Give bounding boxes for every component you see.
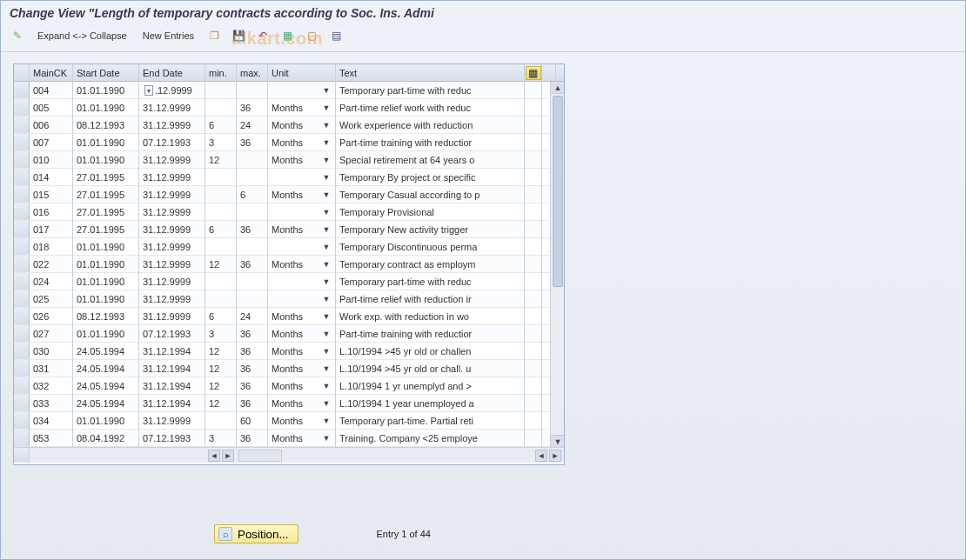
cell-start-date[interactable] — [73, 377, 139, 395]
cell-start-date[interactable] — [73, 82, 139, 99]
cell-unit[interactable]: Months▼ — [268, 117, 336, 134]
scroll-up-button[interactable]: ▲ — [551, 82, 564, 94]
cell-unit[interactable]: ▼ — [268, 82, 336, 99]
cell-min-input[interactable] — [209, 190, 232, 200]
cell-end-date-input[interactable] — [155, 85, 201, 96]
cell-unit[interactable]: Months▼ — [268, 151, 336, 169]
cell-max-input[interactable] — [240, 398, 264, 409]
cell-min-input[interactable] — [209, 172, 232, 183]
cell-min[interactable] — [205, 290, 237, 308]
cell-end-date-input[interactable] — [143, 311, 201, 322]
cell-end-date-input[interactable] — [143, 416, 201, 426]
cell-mainck[interactable] — [30, 256, 73, 273]
cell-mainck[interactable] — [30, 290, 73, 308]
cell-max-input[interactable] — [240, 416, 264, 426]
deselect-all-button[interactable]: ▢ — [302, 27, 321, 44]
cell-unit[interactable]: Months▼ — [268, 343, 336, 360]
cell-text[interactable]: L.10/1994 >45 yr old or challen — [336, 343, 525, 360]
cell-min-input[interactable] — [209, 398, 232, 409]
cell-max-input[interactable] — [240, 311, 264, 322]
cell-start-date[interactable] — [73, 273, 139, 290]
cell-start-date-input[interactable] — [77, 224, 135, 235]
cell-end-date-input[interactable] — [143, 294, 201, 304]
cell-start-date-input[interactable] — [77, 433, 135, 443]
cell-min-input[interactable] — [209, 242, 232, 252]
cell-end-date[interactable] — [139, 256, 205, 273]
row-selector[interactable] — [14, 308, 30, 324]
cell-min-input[interactable] — [209, 277, 232, 287]
cell-max[interactable] — [237, 430, 268, 447]
cell-mainck[interactable] — [30, 151, 73, 169]
cell-end-date-input[interactable] — [143, 242, 201, 252]
cell-max[interactable] — [237, 273, 268, 290]
dropdown-arrow-icon[interactable]: ▼ — [321, 173, 332, 182]
cell-min-input[interactable] — [209, 311, 232, 322]
cell-unit[interactable]: Months▼ — [268, 99, 336, 117]
cell-mainck-input[interactable] — [33, 103, 69, 113]
cell-end-date-input[interactable] — [143, 172, 201, 183]
cell-start-date-input[interactable] — [77, 277, 135, 287]
cell-start-date-input[interactable] — [77, 259, 135, 270]
cell-end-date[interactable] — [139, 360, 205, 377]
cell-end-date[interactable] — [139, 186, 205, 203]
cell-start-date[interactable] — [73, 360, 139, 377]
cell-mainck-input[interactable] — [33, 416, 69, 426]
row-selector[interactable] — [14, 273, 30, 290]
table-settings-button[interactable]: ▤ — [326, 27, 345, 44]
cell-start-date[interactable] — [73, 430, 139, 447]
cell-min[interactable] — [205, 203, 237, 221]
row-selector[interactable] — [14, 256, 30, 272]
cell-max[interactable] — [237, 117, 268, 134]
cell-min[interactable] — [205, 134, 237, 151]
dropdown-arrow-icon[interactable]: ▼ — [321, 434, 332, 443]
configure-columns-button[interactable]: ▦ — [525, 64, 542, 82]
cell-text[interactable]: Temporary New activity trigger — [336, 221, 525, 238]
dropdown-arrow-icon[interactable]: ▼ — [321, 295, 332, 303]
row-selector[interactable] — [14, 117, 30, 133]
dropdown-arrow-icon[interactable]: ▼ — [321, 277, 332, 286]
cell-min[interactable] — [205, 360, 237, 377]
cell-text[interactable]: L.10/1994 1 yr unemplyd and > — [336, 377, 525, 395]
cell-mainck-input[interactable] — [33, 398, 69, 409]
cell-text[interactable]: Part-time training with reductior — [336, 325, 525, 343]
cell-start-date-input[interactable] — [77, 207, 135, 217]
cell-unit[interactable]: Months▼ — [268, 186, 336, 203]
row-selector[interactable] — [14, 377, 30, 394]
cell-end-date[interactable] — [139, 290, 205, 308]
cell-start-date-input[interactable] — [77, 242, 135, 252]
dropdown-arrow-icon[interactable]: ▼ — [321, 121, 332, 130]
cell-start-date[interactable] — [73, 151, 139, 169]
cell-text[interactable]: Temporary part-time. Partial reti — [336, 412, 525, 430]
cell-max[interactable] — [237, 290, 268, 308]
cell-end-date[interactable] — [139, 169, 205, 186]
cell-start-date-input[interactable] — [77, 346, 135, 357]
hscroll-left-next[interactable]: ► — [222, 450, 234, 462]
cell-max-input[interactable] — [240, 363, 264, 374]
cell-unit[interactable]: ▼ — [268, 238, 336, 256]
cell-text[interactable]: L.10/1994 >45 yr old or chall. u — [336, 360, 525, 377]
cell-end-date[interactable] — [139, 117, 205, 134]
copy-button[interactable]: ❐ — [205, 27, 224, 44]
cell-start-date[interactable] — [73, 412, 139, 430]
cell-mainck[interactable] — [30, 395, 73, 412]
cell-unit[interactable]: Months▼ — [268, 377, 336, 395]
cell-text[interactable]: Temporary part-time with reduc — [336, 82, 525, 99]
cell-min-input[interactable] — [209, 346, 232, 357]
cell-max[interactable] — [237, 82, 268, 99]
cell-max-input[interactable] — [240, 85, 264, 96]
cell-start-date-input[interactable] — [77, 103, 135, 113]
row-selector[interactable] — [14, 290, 30, 307]
cell-start-date-input[interactable] — [77, 381, 135, 391]
vertical-scrollbar[interactable]: ▲ ▼ — [550, 82, 564, 447]
dropdown-arrow-icon[interactable]: ▼ — [321, 347, 332, 356]
cell-max-input[interactable] — [240, 137, 264, 148]
cell-end-date-input[interactable] — [143, 259, 201, 270]
cell-unit[interactable]: Months▼ — [268, 360, 336, 377]
cell-min[interactable] — [205, 117, 237, 134]
cell-end-date-input[interactable] — [143, 381, 201, 391]
cell-max-input[interactable] — [240, 346, 264, 357]
cell-end-date[interactable] — [139, 430, 205, 447]
cell-min[interactable] — [205, 238, 237, 256]
cell-start-date-input[interactable] — [77, 416, 135, 426]
cell-unit[interactable]: Months▼ — [268, 430, 336, 447]
